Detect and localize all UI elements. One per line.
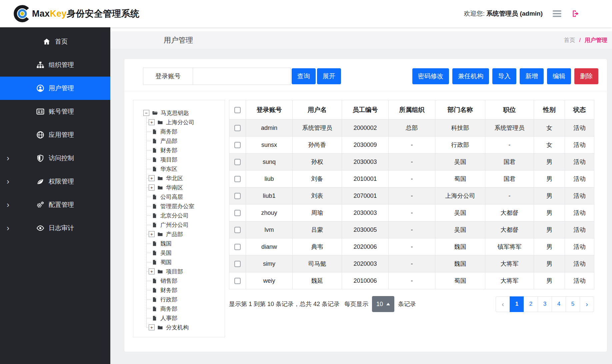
expand-button[interactable]: 展开 [317,68,341,84]
page-number-button[interactable]: 1 [510,296,524,312]
row-checkbox[interactable] [234,261,241,267]
tree-node[interactable]: + 项目部 [146,267,223,276]
tree-node[interactable]: 商务部 [146,127,223,136]
table-row[interactable]: simy 司马懿 2020003 - 魏国 大将军 男 活动 [229,255,594,272]
tree-node[interactable]: + 产品部 [146,229,223,239]
org-tree: − 马克思钥匙 + 上海分公司 [143,108,223,332]
brand-logo[interactable]: MaxKey身份安全管理系统 [13,5,139,23]
query-button[interactable]: 查询 [292,68,316,84]
toolbar-button[interactable]: 删除 [574,68,598,84]
sidebar-item-2[interactable]: › 组织管理 [0,53,110,77]
tree-node-label: 华南区 [166,184,183,191]
row-checkbox[interactable] [234,278,241,284]
file-icon [152,222,158,228]
collapse-toggle[interactable]: − [143,110,149,116]
breadcrumb-home-link[interactable]: 首页 [564,37,575,43]
tree-node[interactable]: 广州分公司 [146,220,223,229]
next-page-button[interactable]: › [580,296,594,312]
table-row[interactable]: liub1 刘表 2070001 - 上海分公司 - 男 活动 [229,187,594,204]
table-row[interactable]: dianw 典韦 2020006 - 魏国 镇军将军 男 活动 [229,238,594,255]
sidebar-item-4[interactable]: › 账号管理 [0,100,110,123]
table-row[interactable]: admin 系统管理员 2000002 总部 科技部 系统管理员 女 活动 [229,120,594,137]
toolbar-button[interactable]: 新增 [520,68,544,84]
tree-node[interactable]: 财务部 [146,285,223,295]
tree-node[interactable]: 华东区 [146,164,223,174]
cell-gender: 女 [534,120,565,137]
tree-node[interactable]: + 上海分公司 [146,118,223,127]
tree-root-node[interactable]: − 马克思钥匙 [143,108,223,118]
toolbar-button[interactable]: 兼任机构 [452,68,489,84]
sidebar-item-6[interactable]: › 访问控制 [0,147,110,170]
sidebar-item-3[interactable]: › 用户管理 [0,77,110,100]
expand-toggle[interactable]: + [149,184,155,190]
page-number-button[interactable]: 5 [566,296,580,312]
tree-node[interactable]: 行政部 [146,295,223,304]
expand-toggle[interactable]: + [149,231,155,237]
tree-node[interactable]: + 分支机构 [146,323,223,332]
table-row[interactable]: lvm 吕蒙 2030005 - 吴国 大都督 男 活动 [229,221,594,238]
table-row[interactable]: weiy 魏延 2010006 - 蜀国 大将军 男 活动 [229,272,594,289]
tree-node[interactable]: + 华南区 [146,183,223,192]
expand-toggle[interactable]: + [149,119,155,125]
cell-position: 系统管理员 [485,120,534,137]
row-select-cell [229,120,246,137]
sidebar-item-9[interactable]: › 日志审计 [0,216,110,240]
toolbar-button[interactable]: 编辑 [547,68,571,84]
row-checkbox[interactable] [234,125,241,131]
caret-up-icon [386,303,390,305]
tree-node[interactable]: 产品部 [146,136,223,146]
page-number-button[interactable]: 3 [538,296,552,312]
toolbar-button[interactable]: 密码修改 [412,68,449,84]
tree-node[interactable]: 人事部 [146,313,223,323]
page-body: 登录账号 查询 展开 密码修改兼任机构导入新增编辑删除 − [110,49,612,364]
cell-gender: 男 [534,154,565,171]
page-size-dropdown[interactable]: 10 [372,296,394,312]
expand-toggle[interactable]: + [149,268,155,274]
file-icon [152,296,158,302]
expand-toggle[interactable]: + [149,324,155,330]
tree-node[interactable]: 商务部 [146,304,223,313]
tree-node[interactable]: 吴国 [146,248,223,257]
menu-icon[interactable] [553,10,561,17]
file-icon [152,157,158,163]
tree-node[interactable]: 销售部 [146,276,223,285]
sign-out-icon[interactable] [571,10,580,18]
login-account-input[interactable] [193,68,290,85]
tree-node[interactable]: + 华北区 [146,174,223,183]
sidebar-item-8[interactable]: › 配置管理 [0,193,110,216]
table-row[interactable]: sunq 孙权 2030003 - 吴国 国君 男 活动 [229,154,594,171]
prev-page-button[interactable]: ‹ [496,296,510,312]
row-checkbox[interactable] [234,142,241,148]
table-row[interactable]: sunsx 孙尚香 2030009 - 行政部 - 女 活动 [229,137,594,154]
tree-node-label: 财务部 [160,147,177,154]
toolbar-button[interactable]: 导入 [492,68,516,84]
row-checkbox[interactable] [234,193,241,199]
row-checkbox[interactable] [234,159,241,165]
cell-employee-no: 2020003 [342,255,389,272]
tree-node[interactable]: 北京分公司 [146,211,223,220]
tree-node[interactable]: 财务部 [146,146,223,155]
row-checkbox[interactable] [234,227,241,233]
row-checkbox[interactable] [234,210,241,216]
page-number-button[interactable]: 2 [524,296,538,312]
file-icon [152,250,158,256]
expand-toggle[interactable]: + [149,175,155,181]
tree-node[interactable]: 管理层办公室 [146,201,223,211]
sidebar-item-7[interactable]: › 权限管理 [0,170,110,193]
tree-node[interactable]: 蜀国 [146,257,223,267]
table-row[interactable]: zhouy 周瑜 2030003 - 吴国 大都督 男 活动 [229,204,594,221]
select-all-checkbox[interactable] [234,107,241,113]
tree-node-label: 魏国 [160,240,172,247]
page-number-button[interactable]: 4 [552,296,566,312]
cell-position: 国君 [485,154,534,171]
cell-gender: 男 [534,204,565,221]
tree-node[interactable]: 魏国 [146,239,223,248]
tree-node[interactable]: 公司高层 [146,192,223,201]
row-checkbox[interactable] [234,176,241,182]
sidebar-item-label: 应用管理 [49,131,74,139]
row-checkbox[interactable] [234,244,241,250]
sidebar-item-5[interactable]: › 应用管理 [0,123,110,147]
table-row[interactable]: liub 刘备 2010001 - 蜀国 国君 男 活动 [229,171,594,187]
sidebar-item-1[interactable]: › 首页 [0,30,110,53]
tree-node[interactable]: 项目部 [146,155,223,164]
